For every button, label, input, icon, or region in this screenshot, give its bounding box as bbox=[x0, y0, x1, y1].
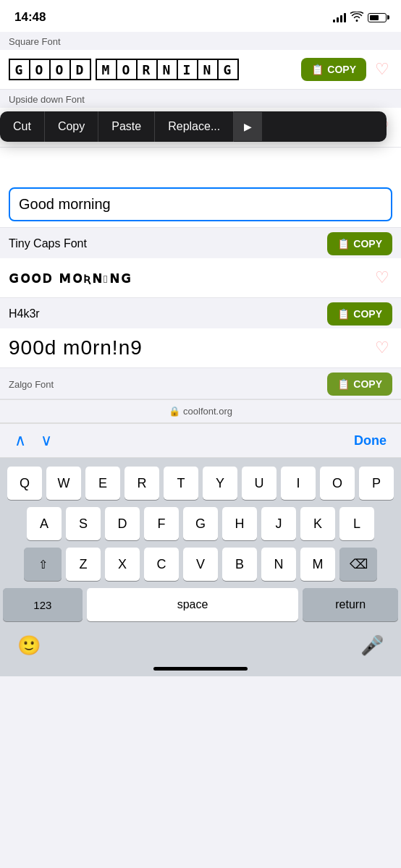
h4k3r-font-row: 900d m0rn!n9 ♡ bbox=[0, 328, 401, 367]
key-shift[interactable]: ⇧ bbox=[24, 548, 62, 581]
key-m[interactable]: M bbox=[300, 548, 335, 581]
tiny-caps-font-label: Tiny Caps Font bbox=[9, 237, 87, 250]
h4k3r-header: H4k3r 📋 COPY bbox=[0, 298, 401, 328]
square-font-copy-button[interactable]: 📋 COPY bbox=[301, 58, 366, 81]
key-s[interactable]: S bbox=[66, 507, 101, 540]
emoji-key[interactable]: 🙂 bbox=[17, 634, 41, 657]
replace-menu-item[interactable]: Replace... bbox=[155, 111, 234, 142]
key-t[interactable]: T bbox=[164, 467, 198, 500]
lock-icon: 🔒 bbox=[169, 406, 180, 417]
key-i[interactable]: I bbox=[281, 467, 316, 500]
tiny-caps-header: Tiny Caps Font 📋 COPY bbox=[0, 228, 401, 258]
status-icons bbox=[333, 12, 387, 24]
key-l[interactable]: L bbox=[339, 507, 374, 540]
signal-icon bbox=[333, 12, 346, 22]
website-url: coolfont.org bbox=[183, 406, 232, 417]
key-backspace[interactable]: ⌫ bbox=[339, 548, 377, 581]
key-e[interactable]: E bbox=[85, 467, 120, 500]
key-f[interactable]: F bbox=[144, 507, 179, 540]
key-p[interactable]: P bbox=[359, 467, 394, 500]
key-k[interactable]: K bbox=[300, 507, 335, 540]
key-o[interactable]: O bbox=[320, 467, 355, 500]
toolbar-up-arrow[interactable]: ∧ bbox=[14, 431, 26, 450]
zalgo-copy-button[interactable]: 📋 COPY bbox=[327, 373, 392, 396]
key-n[interactable]: N bbox=[261, 548, 296, 581]
square-text: GOOD MORNING bbox=[9, 59, 301, 80]
square-font-section: Square Font GOOD MORNING 📋 COPY ♡ bbox=[0, 32, 401, 90]
upside-down-font-label: Upside down Font bbox=[0, 90, 401, 108]
copy-icon-5: 📋 bbox=[337, 378, 350, 390]
key-y[interactable]: Y bbox=[203, 467, 237, 500]
microphone-key[interactable]: 🎤 bbox=[360, 634, 384, 657]
square-font-display: GOOD MORNING bbox=[9, 59, 301, 80]
copy-icon-3: 📋 bbox=[337, 238, 350, 250]
copy-icon: 📋 bbox=[311, 64, 324, 75]
key-v[interactable]: V bbox=[183, 548, 218, 581]
home-indicator bbox=[0, 667, 401, 676]
toolbar-down-arrow[interactable]: ∨ bbox=[41, 431, 52, 450]
keyboard-row-4: 123 space return bbox=[3, 588, 398, 621]
h4k3r-font-label: H4k3r bbox=[9, 307, 40, 320]
keyboard-toolbar: ∧ ∨ Done bbox=[0, 423, 401, 458]
paste-menu-item[interactable]: Paste bbox=[98, 111, 155, 142]
zalgo-font-label: Zalgo Font bbox=[9, 379, 54, 390]
key-w[interactable]: W bbox=[46, 467, 81, 500]
h4k3r-favorite-button[interactable]: ♡ bbox=[372, 336, 392, 360]
input-section: Cut Copy Paste Replace... ▶ bbox=[0, 148, 401, 228]
key-g[interactable]: G bbox=[183, 507, 218, 540]
square-font-label: Square Font bbox=[0, 32, 401, 50]
key-q[interactable]: Q bbox=[7, 467, 42, 500]
copy-menu-item[interactable]: Copy bbox=[45, 111, 98, 142]
status-time: 14:48 bbox=[14, 10, 46, 25]
key-j[interactable]: J bbox=[261, 507, 296, 540]
more-menu-item[interactable]: ▶ bbox=[234, 112, 262, 141]
tiny-caps-font-display: ɢᴏᴏᴅ ᴍᴏʀɴɪɴɢ bbox=[9, 268, 366, 287]
status-bar: 14:48 bbox=[0, 0, 401, 32]
key-space[interactable]: space bbox=[87, 588, 299, 621]
keyboard-row-3: ⇧ Z X C V B N M ⌫ bbox=[3, 548, 398, 581]
wifi-icon bbox=[350, 12, 363, 24]
tiny-caps-font-row: ɢᴏᴏᴅ ᴍᴏʀɴɪɴɢ ♡ bbox=[0, 258, 401, 297]
key-x[interactable]: X bbox=[105, 548, 140, 581]
key-d[interactable]: D bbox=[105, 507, 140, 540]
tiny-caps-favorite-button[interactable]: ♡ bbox=[372, 265, 392, 290]
home-bar bbox=[153, 667, 248, 671]
key-c[interactable]: C bbox=[144, 548, 179, 581]
search-input[interactable] bbox=[9, 187, 392, 221]
key-r[interactable]: R bbox=[124, 467, 159, 500]
tiny-caps-font-section: Tiny Caps Font 📋 COPY ɢᴏᴏᴅ ᴍᴏʀɴɪɴɢ ♡ bbox=[0, 228, 401, 298]
tiny-caps-copy-button[interactable]: 📋 COPY bbox=[327, 232, 392, 255]
h4k3r-font-section: H4k3r 📋 COPY 900d m0rn!n9 ♡ bbox=[0, 298, 401, 368]
keyboard: Q W E R T Y U I O P A S D F G H J K L ⇧ … bbox=[0, 458, 401, 667]
key-123[interactable]: 123 bbox=[3, 588, 83, 621]
key-return[interactable]: return bbox=[303, 588, 398, 621]
context-menu: Cut Copy Paste Replace... ▶ bbox=[0, 111, 387, 142]
zalgo-font-section: Zalgo Font 📋 COPY bbox=[0, 368, 401, 399]
square-font-row: GOOD MORNING 📋 COPY ♡ bbox=[0, 50, 401, 89]
cut-menu-item[interactable]: Cut bbox=[0, 111, 45, 142]
key-z[interactable]: Z bbox=[66, 548, 101, 581]
website-bar: 🔒 coolfont.org bbox=[0, 399, 401, 423]
keyboard-row-1: Q W E R T Y U I O P bbox=[3, 467, 398, 500]
key-b[interactable]: B bbox=[222, 548, 257, 581]
keyboard-bottom-row: 🙂 🎤 bbox=[3, 629, 398, 664]
square-font-favorite-button[interactable]: ♡ bbox=[372, 57, 392, 82]
key-a[interactable]: A bbox=[27, 507, 62, 540]
toolbar-nav: ∧ ∨ bbox=[14, 431, 52, 450]
toolbar-done-button[interactable]: Done bbox=[354, 433, 387, 448]
key-h[interactable]: H bbox=[222, 507, 257, 540]
battery-icon bbox=[368, 13, 387, 22]
zalgo-header: Zalgo Font 📋 COPY bbox=[0, 368, 401, 399]
copy-icon-4: 📋 bbox=[337, 308, 350, 320]
h4k3r-font-display: 900d m0rn!n9 bbox=[9, 336, 366, 359]
key-u[interactable]: U bbox=[242, 467, 277, 500]
h4k3r-copy-button[interactable]: 📋 COPY bbox=[327, 302, 392, 326]
keyboard-row-2: A S D F G H J K L bbox=[3, 507, 398, 540]
